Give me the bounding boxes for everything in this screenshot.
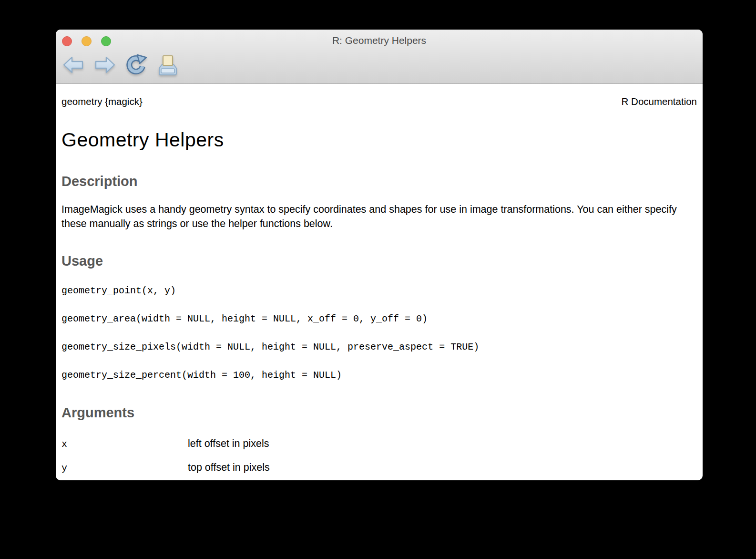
arguments-heading: Arguments	[61, 405, 697, 421]
usage-code: geometry_point(x, y) geometry_area(width…	[61, 284, 697, 383]
doc-label: R Documentation	[622, 96, 697, 107]
argument-description: top offset in pixels	[188, 462, 270, 474]
page-title: Geometry Helpers	[61, 129, 697, 151]
argument-row: y top offset in pixels	[61, 462, 697, 481]
refresh-icon	[126, 54, 147, 76]
titlebar[interactable]: R: Geometry Helpers	[56, 30, 703, 84]
description-heading: Description	[61, 174, 697, 189]
back-icon	[62, 55, 84, 75]
print-icon	[157, 54, 178, 76]
back-button[interactable]	[62, 53, 84, 77]
argument-name: x	[61, 439, 188, 450]
toolbar	[62, 52, 179, 78]
argument-name: y	[61, 463, 188, 474]
print-button[interactable]	[157, 53, 179, 77]
description-text: ImageMagick uses a handy geometry syntax…	[61, 202, 686, 231]
package-ref: geometry {magick}	[61, 96, 143, 107]
doc-header: geometry {magick} R Documentation	[61, 96, 697, 107]
document-body: geometry {magick} R Documentation Geomet…	[56, 84, 703, 480]
usage-heading: Usage	[61, 253, 697, 269]
desktop: { "window": { "title": "R: Geometry Help…	[0, 0, 756, 559]
arguments-table: x left offset in pixels y top offset in …	[61, 438, 697, 481]
refresh-button[interactable]	[125, 53, 147, 77]
argument-row: x left offset in pixels	[61, 438, 697, 462]
forward-button[interactable]	[94, 53, 116, 77]
forward-icon	[94, 55, 116, 75]
window-title: R: Geometry Helpers	[56, 35, 703, 46]
argument-description: left offset in pixels	[188, 438, 269, 450]
help-viewer-window: R: Geometry Helpers	[56, 30, 703, 480]
